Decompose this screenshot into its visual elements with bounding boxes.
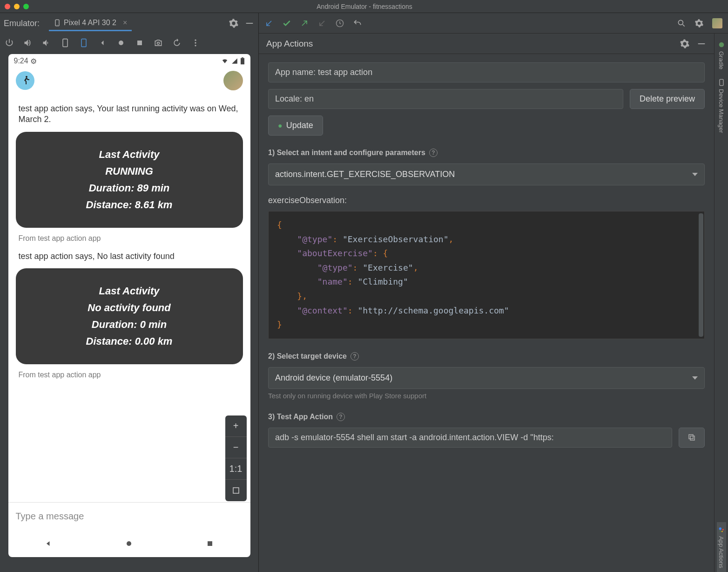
- svg-point-5: [119, 41, 123, 45]
- check-icon: ●: [278, 122, 283, 130]
- minimize-icon[interactable]: [244, 18, 255, 28]
- svg-rect-3: [63, 39, 67, 47]
- svg-point-26: [721, 531, 723, 532]
- from-app-2: From test app action app: [19, 371, 240, 379]
- assistant-icon: [718, 526, 725, 533]
- svg-point-13: [26, 76, 27, 78]
- message-input[interactable]: Type a message: [8, 502, 250, 530]
- phone-screen[interactable]: 9:24 ⚙ test app action says, Your: [8, 54, 250, 557]
- activity-card-2: Last Activity No activity found Duration…: [16, 268, 243, 364]
- adb-command-input[interactable]: adb -s emulator-5554 shell am start -a a…: [268, 428, 672, 448]
- profile-avatar[interactable]: [712, 18, 722, 28]
- card-type: No activity found: [24, 302, 235, 314]
- step-2-label: 2) Select target device ?: [268, 352, 705, 361]
- close-tab-icon[interactable]: ×: [123, 19, 127, 27]
- device-select[interactable]: Android device (emulator-5554): [268, 367, 705, 389]
- svg-rect-6: [137, 41, 142, 45]
- assistant-text-1: test app action says, Your last running …: [19, 103, 240, 125]
- device-manager-icon: [718, 79, 725, 86]
- panel-minimize-icon[interactable]: [696, 39, 707, 49]
- avatar[interactable]: [223, 71, 243, 90]
- check-icon[interactable]: [282, 19, 291, 28]
- clock-icon[interactable]: [335, 19, 344, 28]
- emulator-panel: Emulator: Pixel 4 API 30 2 ×: [0, 13, 259, 572]
- activity-card-1: Last Activity RUNNING Duration: 89 min D…: [16, 132, 243, 228]
- zoom-out-button[interactable]: −: [225, 437, 247, 458]
- card-distance: Distance: 8.61 km: [24, 199, 235, 211]
- arrow-up-right-icon[interactable]: [300, 19, 309, 28]
- svg-point-27: [720, 531, 721, 532]
- nav-back-icon[interactable]: [44, 539, 53, 548]
- zoom-controls: + − 1:1: [225, 415, 247, 501]
- panel-gear-icon[interactable]: [680, 39, 690, 49]
- battery-icon: [240, 57, 245, 65]
- copy-button[interactable]: [679, 428, 705, 448]
- chevron-down-icon: [692, 173, 698, 176]
- nav-home-icon[interactable]: [124, 539, 134, 548]
- app-actions-panel: App Actions App name: test app action Lo…: [259, 34, 714, 572]
- scrollbar[interactable]: [699, 213, 703, 337]
- search-icon[interactable]: [677, 19, 686, 28]
- panel-title: App Actions: [266, 39, 313, 49]
- step-1-label: 1) Select an intent and configure parame…: [268, 149, 705, 157]
- camera-icon[interactable]: [154, 38, 163, 48]
- svg-rect-20: [690, 436, 694, 440]
- back-icon[interactable]: [98, 38, 107, 48]
- assistant-text-2: test app action says, No last activity f…: [19, 251, 240, 262]
- svg-rect-2: [246, 23, 253, 24]
- help-icon[interactable]: ?: [351, 352, 359, 361]
- card-title: Last Activity: [24, 149, 235, 161]
- svg-point-10: [195, 45, 196, 46]
- phone-nav: [8, 530, 250, 557]
- record-icon[interactable]: [116, 38, 126, 48]
- power-icon[interactable]: [5, 38, 14, 48]
- gradle-icon: [718, 41, 725, 48]
- emulator-tab-label: Pixel 4 API 30 2: [64, 19, 116, 27]
- svg-rect-19: [698, 43, 705, 44]
- arrow-down-left-icon[interactable]: [264, 19, 274, 28]
- device-hint: Test only on running device with Play St…: [268, 392, 705, 400]
- rail-gradle[interactable]: Gradle: [717, 37, 726, 73]
- more-icon[interactable]: [191, 38, 200, 48]
- emulator-tab[interactable]: Pixel 4 API 30 2 ×: [49, 16, 132, 31]
- card-duration: Duration: 0 min: [24, 319, 235, 331]
- help-icon[interactable]: ?: [429, 149, 438, 157]
- rotate-left-icon[interactable]: [61, 38, 70, 48]
- svg-rect-4: [81, 39, 86, 47]
- status-gear-icon: ⚙: [28, 57, 37, 66]
- settings-icon[interactable]: [694, 19, 704, 28]
- locale-input[interactable]: Locale: en: [268, 89, 623, 109]
- zoom-fit-button[interactable]: [225, 480, 247, 501]
- svg-rect-11: [241, 58, 244, 65]
- volume-up-icon[interactable]: [23, 38, 33, 48]
- zoom-in-button[interactable]: +: [225, 415, 247, 437]
- nav-recent-icon[interactable]: [205, 539, 215, 548]
- step-3-label: 3) Test App Action ?: [268, 413, 705, 421]
- json-editor[interactable]: { "@type": "ExerciseObservation", "about…: [268, 211, 705, 339]
- app-icon[interactable]: [16, 71, 34, 90]
- card-title: Last Activity: [24, 285, 235, 297]
- gear-icon[interactable]: [229, 18, 239, 28]
- svg-point-1: [57, 25, 57, 25]
- stop-icon[interactable]: [135, 38, 144, 48]
- zoom-11-button[interactable]: 1:1: [225, 458, 247, 480]
- svg-point-25: [722, 529, 723, 531]
- svg-point-7: [157, 42, 160, 44]
- copy-icon: [688, 433, 696, 442]
- intent-select[interactable]: actions.intent.GET_EXERCISE_OBSERVATION: [268, 163, 705, 185]
- rail-app-actions[interactable]: App Actions: [717, 522, 726, 572]
- history-icon[interactable]: [172, 38, 182, 48]
- svg-point-22: [719, 42, 724, 48]
- rotate-right-icon[interactable]: [79, 38, 88, 48]
- ide-toolbar: [259, 13, 728, 34]
- help-icon[interactable]: ?: [337, 413, 345, 421]
- status-time: 9:24: [14, 57, 28, 65]
- update-button[interactable]: ● Update: [268, 116, 323, 136]
- undo-icon[interactable]: [353, 19, 362, 28]
- wifi-icon: [221, 58, 229, 64]
- volume-down-icon[interactable]: [42, 38, 51, 48]
- delete-preview-button[interactable]: Delete preview: [630, 89, 705, 109]
- rail-device-manager[interactable]: Device Manager: [717, 75, 726, 137]
- phone-icon: [54, 19, 61, 27]
- app-name-input[interactable]: App name: test app action: [268, 62, 705, 82]
